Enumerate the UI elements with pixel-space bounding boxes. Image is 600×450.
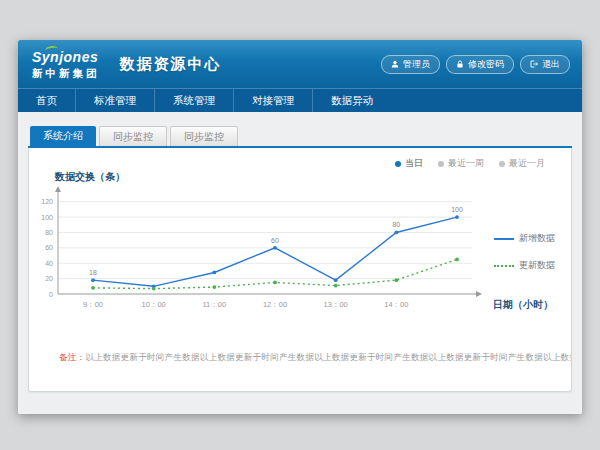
radio-dot-icon (499, 161, 505, 167)
logo-text: Synjones (32, 49, 100, 65)
tab-strip: 系统介绍 同步监控 同步监控 (28, 126, 572, 148)
chart-panel: 当日 最近一周 最近一月 数据交换（条） 0204060801001209：00… (28, 148, 572, 392)
footnote-label: 备注： (59, 352, 85, 362)
legend-label: 更新数据 (519, 259, 555, 272)
nav-item-home[interactable]: 首页 (18, 89, 75, 112)
change-password-button[interactable]: 修改密码 (446, 55, 514, 74)
svg-text:80: 80 (392, 221, 400, 228)
series-legend: 新增数据 更新数据 (494, 232, 555, 272)
user-icon (391, 60, 399, 68)
tab-sync-monitor-1[interactable]: 同步监控 (99, 126, 167, 146)
user-button[interactable]: 管理员 (381, 55, 440, 74)
svg-text:120: 120 (41, 198, 53, 205)
logout-label: 退出 (542, 58, 560, 71)
logo-subtitle: 新中新集团 (32, 67, 100, 79)
tab-sync-monitor-2[interactable]: 同步监控 (170, 126, 238, 146)
legend-item-new-data[interactable]: 新增数据 (494, 232, 555, 245)
svg-text:13：00: 13：00 (324, 300, 348, 309)
period-filter-today[interactable]: 当日 (395, 157, 423, 170)
svg-text:18: 18 (89, 269, 97, 276)
app-window: Synjones 新中新集团 数据资源中心 管理员 修改密码 (18, 40, 582, 414)
svg-text:12：00: 12：00 (263, 300, 287, 309)
svg-text:11：00: 11：00 (203, 300, 227, 309)
radio-dot-icon (438, 161, 444, 167)
period-filter-label: 最近一周 (448, 157, 484, 170)
svg-text:0: 0 (49, 291, 53, 298)
svg-text:80: 80 (45, 229, 53, 236)
period-filter-label: 当日 (405, 157, 423, 170)
svg-text:60: 60 (45, 244, 53, 251)
change-password-label: 修改密码 (468, 58, 504, 71)
svg-text:20: 20 (45, 275, 53, 282)
svg-text:100: 100 (451, 206, 463, 213)
app-header: Synjones 新中新集团 数据资源中心 管理员 修改密码 (18, 40, 582, 88)
legend-item-update-data[interactable]: 更新数据 (494, 259, 555, 272)
brand-logo: Synjones 新中新集团 (32, 49, 100, 78)
footnote: 备注：以上数据更新于时间产生数据以上数据更新于时间产生数据以上数据更新于时间产生… (29, 352, 571, 364)
nav-item-standard-mgmt[interactable]: 标准管理 (75, 89, 154, 112)
svg-text:10：00: 10：00 (142, 300, 166, 309)
logout-button[interactable]: 退出 (520, 55, 570, 74)
main-nav: 首页 标准管理 系统管理 对接管理 数据异动 (18, 88, 582, 112)
logout-icon (530, 60, 538, 68)
solid-line-icon (494, 238, 514, 240)
y-axis-title: 数据交换（条） (55, 170, 125, 184)
content-area: 系统介绍 同步监控 同步监控 当日 最近一周 最近一月 数据交换（条） (18, 112, 582, 414)
period-filter-group: 当日 最近一周 最近一月 (395, 157, 545, 170)
period-filter-label: 最近一月 (509, 157, 545, 170)
svg-text:100: 100 (41, 214, 53, 221)
svg-text:9：00: 9：00 (83, 300, 103, 309)
nav-item-data-change[interactable]: 数据异动 (312, 89, 391, 112)
radio-dot-icon (395, 161, 401, 167)
period-filter-last-week[interactable]: 最近一周 (438, 157, 484, 170)
period-filter-last-month[interactable]: 最近一月 (499, 157, 545, 170)
footnote-text: 以上数据更新于时间产生数据以上数据更新于时间产生数据以上数据更新于时间产生数据以… (85, 352, 571, 362)
page-title: 数据资源中心 (120, 55, 222, 74)
nav-item-system-mgmt[interactable]: 系统管理 (154, 89, 233, 112)
x-axis-title: 日期（小时） (493, 298, 553, 312)
header-actions: 管理员 修改密码 退出 (381, 55, 570, 74)
svg-text:60: 60 (271, 237, 279, 244)
legend-label: 新增数据 (519, 232, 555, 245)
dotted-line-icon (494, 265, 514, 267)
tab-system-intro[interactable]: 系统介绍 (30, 126, 96, 146)
svg-text:40: 40 (45, 260, 53, 267)
user-label: 管理员 (403, 58, 430, 71)
nav-item-integration-mgmt[interactable]: 对接管理 (233, 89, 312, 112)
line-chart: 0204060801001209：0010：0011：0012：0013：001… (29, 184, 489, 334)
lock-icon (456, 60, 464, 68)
svg-text:14：00: 14：00 (384, 300, 408, 309)
